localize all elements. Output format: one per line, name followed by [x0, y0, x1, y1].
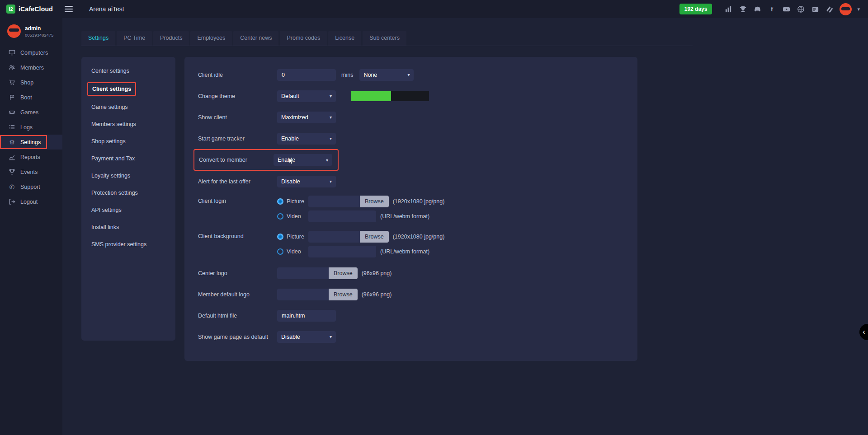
youtube-icon[interactable]: [782, 5, 791, 14]
center-logo-browse-button[interactable]: Browse: [329, 267, 358, 279]
default-html-file-input[interactable]: [277, 310, 336, 322]
show-game-page-select[interactable]: Disable ▾: [277, 331, 336, 343]
tab-promo-codes[interactable]: Promo codes: [280, 31, 327, 46]
logo-text: iCafeCloud: [19, 5, 53, 13]
sidebar-item-games[interactable]: Games: [0, 105, 62, 120]
sidebar-user-block[interactable]: admin 005193482475: [0, 18, 62, 45]
change-theme-select[interactable]: Default ▾: [277, 90, 336, 102]
tab-license[interactable]: License: [328, 31, 361, 46]
sidebar-item-events[interactable]: Events: [0, 164, 62, 179]
sidebar-item-logout[interactable]: Logout: [0, 194, 62, 209]
select-value: Disable: [281, 334, 300, 340]
settings-nav-shop-settings[interactable]: Shop settings: [81, 133, 175, 150]
days-badge[interactable]: 192 days: [679, 4, 712, 14]
settings-nav-loyalty-settings[interactable]: Loyalty settings: [81, 167, 175, 184]
chevron-down-icon: ▾: [407, 72, 410, 77]
client-idle-action-select[interactable]: None ▾: [359, 69, 414, 81]
client-background-video-radio[interactable]: [277, 248, 283, 255]
settings-nav-center-settings[interactable]: Center settings: [81, 62, 175, 80]
main-content: Settings PC Time Products Employees Cent…: [62, 18, 868, 435]
icafecloud-logo[interactable]: i2 iCafeCloud: [0, 5, 57, 14]
trophy-icon[interactable]: [738, 5, 747, 14]
convert-to-member-select[interactable]: Enable ▾: [274, 154, 332, 166]
settings-nav-protection-settings[interactable]: Protection settings: [81, 184, 175, 201]
tab-sub-centers[interactable]: Sub centers: [363, 31, 406, 46]
topbar: i2 iCafeCloud Arena aiTest 192 days f: [0, 0, 868, 18]
picture-option-label: Picture: [287, 234, 308, 240]
billing-card-icon[interactable]: [811, 5, 820, 14]
client-background-picture-radio[interactable]: [277, 234, 283, 240]
facebook-icon[interactable]: f: [767, 5, 776, 14]
alert-last-offer-select[interactable]: Disable ▾: [277, 176, 336, 187]
monitor-icon: [8, 49, 16, 56]
sidebar-item-boot[interactable]: Boot: [0, 90, 62, 105]
sidebar-item-shop[interactable]: Shop: [0, 75, 62, 90]
sidebar-item-support[interactable]: ✆ Support: [0, 179, 62, 194]
select-value: None: [363, 72, 377, 78]
sidebar-item-label: Shop: [20, 80, 33, 86]
sidebar-item-computers[interactable]: Computers: [0, 45, 62, 60]
discord-icon[interactable]: [753, 5, 762, 14]
client-settings-form: Client idle mins None ▾ Change theme Def…: [184, 57, 637, 361]
sidebar-item-reports[interactable]: Reports: [0, 150, 62, 164]
sidebar-avatar: [7, 24, 21, 38]
gear-icon: ⚙: [8, 139, 16, 146]
default-html-file-label: Default html file: [198, 313, 277, 319]
sidebar-item-members[interactable]: Members: [0, 60, 62, 75]
gamepad-icon: [8, 109, 16, 116]
tab-center-news[interactable]: Center news: [233, 31, 278, 46]
tab-employees[interactable]: Employees: [190, 31, 232, 46]
client-login-video-radio[interactable]: [277, 213, 283, 220]
start-game-tracker-label: Start game tracker: [198, 136, 277, 142]
avatar-chevron-down-icon[interactable]: ▾: [857, 6, 860, 12]
client-background-picture-browse-button[interactable]: Browse: [360, 231, 389, 243]
video-option-label: Video: [287, 213, 308, 220]
client-background-video-input[interactable]: [308, 246, 376, 257]
page-title: Arena aiTest: [89, 5, 124, 13]
settings-nav-install-links[interactable]: Install links: [81, 219, 175, 236]
form-row-start-game-tracker: Start game tracker Enable ▾: [198, 128, 624, 149]
hamburger-menu-icon[interactable]: [61, 1, 76, 17]
member-default-logo-input[interactable]: [277, 289, 329, 300]
tab-pc-time[interactable]: PC Time: [117, 31, 152, 46]
settings-nav-sms-provider-settings[interactable]: SMS provider settings: [81, 236, 175, 253]
stats-icon[interactable]: [724, 5, 733, 14]
client-login-picture-browse-button[interactable]: Browse: [360, 196, 389, 207]
form-row-center-logo: Center logo Browse (96x96 png): [198, 262, 624, 284]
tab-bar: Settings PC Time Products Employees Cent…: [81, 31, 693, 46]
users-icon: [8, 64, 16, 71]
client-idle-input[interactable]: [277, 69, 336, 81]
theme-color-preview: [351, 91, 429, 101]
sidebar-item-label: Logs: [20, 124, 33, 131]
sidebar-item-label: Logout: [20, 199, 38, 205]
settings-nav-api-settings[interactable]: API settings: [81, 201, 175, 219]
globe-icon[interactable]: [796, 5, 805, 14]
member-default-logo-browse-button[interactable]: Browse: [329, 289, 358, 300]
sidebar-item-logs[interactable]: Logs: [0, 120, 62, 135]
user-avatar[interactable]: [840, 3, 852, 15]
chevron-down-icon: ▾: [330, 334, 332, 339]
sidebar-item-settings[interactable]: ⚙ Settings: [0, 135, 62, 150]
client-login-picture-input[interactable]: [308, 196, 360, 207]
start-game-tracker-select[interactable]: Enable ▾: [277, 133, 336, 145]
settings-nav-members-settings[interactable]: Members settings: [81, 116, 175, 133]
form-row-show-game-page-as-default: Show game page as default Disable ▾: [198, 326, 624, 347]
client-login-picture-radio[interactable]: [277, 198, 283, 205]
video-option-label: Video: [287, 248, 308, 255]
sidebar-item-label: Settings: [20, 139, 41, 145]
tab-settings[interactable]: Settings: [81, 31, 115, 46]
settings-nav-game-settings[interactable]: Game settings: [81, 98, 175, 116]
client-idle-label: Client idle: [198, 72, 277, 78]
center-logo-input[interactable]: [277, 267, 329, 279]
layers-icon[interactable]: [825, 5, 834, 14]
logout-icon: [8, 198, 16, 205]
settings-nav-client-settings[interactable]: Client settings: [81, 80, 175, 98]
settings-nav-payment-and-tax[interactable]: Payment and Tax: [81, 150, 175, 167]
sidebar-item-label: Boot: [20, 94, 32, 101]
client-background-picture-input[interactable]: [308, 231, 360, 243]
tab-products[interactable]: Products: [153, 31, 189, 46]
show-client-select[interactable]: Maximized ▾: [277, 112, 336, 123]
client-login-video-input[interactable]: [308, 210, 376, 222]
chevron-down-icon: ▾: [330, 136, 332, 141]
sidebar-item-label: Events: [20, 169, 38, 175]
